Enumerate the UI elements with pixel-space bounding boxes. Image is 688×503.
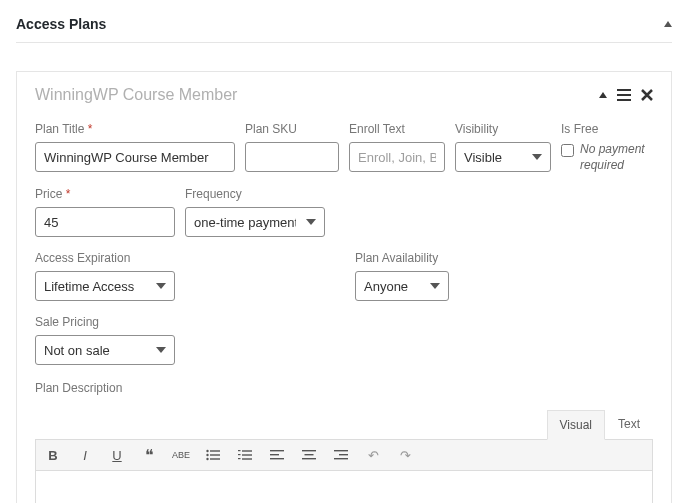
- align-right-button[interactable]: [332, 446, 350, 464]
- bulleted-list-button[interactable]: [204, 446, 222, 464]
- svg-point-4: [206, 458, 208, 460]
- svg-rect-5: [210, 458, 220, 459]
- card-title: WinningWP Course Member: [35, 86, 237, 104]
- label-plan-title: Plan Title *: [35, 122, 235, 136]
- strikethrough-button[interactable]: ABE: [172, 446, 190, 464]
- plan-description-block: Plan Description Visual Text B I U ❝ ABE: [35, 381, 653, 503]
- tab-text[interactable]: Text: [605, 409, 653, 439]
- field-price: Price *: [35, 187, 175, 237]
- svg-rect-20: [334, 458, 348, 459]
- svg-rect-12: [270, 450, 284, 451]
- editor-textarea[interactable]: [35, 471, 653, 503]
- form-grid: Plan Title * Plan SKU Enroll Text Visibi…: [35, 122, 653, 365]
- svg-rect-7: [242, 454, 252, 455]
- field-visibility: Visibility Visible: [455, 122, 551, 173]
- svg-rect-1: [210, 450, 220, 451]
- svg-rect-8: [242, 458, 252, 459]
- svg-rect-16: [305, 454, 314, 455]
- select-access-expiration[interactable]: Lifetime Access: [35, 271, 175, 301]
- select-plan-availability[interactable]: Anyone: [355, 271, 449, 301]
- field-plan-title: Plan Title *: [35, 122, 235, 173]
- tab-visual[interactable]: Visual: [547, 410, 605, 440]
- svg-rect-3: [210, 454, 220, 455]
- select-visibility[interactable]: Visible: [455, 142, 551, 172]
- label-plan-availability: Plan Availability: [355, 251, 449, 265]
- redo-button[interactable]: ↷: [396, 446, 414, 464]
- close-icon[interactable]: [641, 89, 653, 101]
- panel-title: Access Plans: [16, 16, 106, 32]
- svg-rect-14: [270, 458, 284, 459]
- field-enroll-text: Enroll Text: [349, 122, 445, 173]
- svg-rect-11: [238, 458, 241, 459]
- label-is-free: Is Free: [561, 122, 651, 136]
- field-frequency: Frequency one-time payment: [185, 187, 325, 237]
- blockquote-button[interactable]: ❝: [140, 446, 158, 464]
- align-center-button[interactable]: [300, 446, 318, 464]
- numbered-list-button[interactable]: [236, 446, 254, 464]
- svg-point-2: [206, 454, 208, 456]
- editor-toolbar: B I U ❝ ABE ↶ ↷: [35, 439, 653, 471]
- undo-button[interactable]: ↶: [364, 446, 382, 464]
- underline-button[interactable]: U: [108, 446, 126, 464]
- svg-rect-17: [302, 458, 316, 459]
- checkbox-is-free[interactable]: [561, 144, 574, 157]
- label-enroll-text: Enroll Text: [349, 122, 445, 136]
- menu-icon[interactable]: [617, 89, 631, 101]
- field-plan-sku: Plan SKU: [245, 122, 339, 173]
- label-plan-sku: Plan SKU: [245, 122, 339, 136]
- input-price[interactable]: [35, 207, 175, 237]
- card-tools: [599, 89, 653, 101]
- input-enroll-text[interactable]: [349, 142, 445, 172]
- svg-rect-13: [270, 454, 279, 455]
- panel-header: Access Plans: [16, 10, 672, 43]
- note-is-free: No payment required: [580, 142, 651, 173]
- card-header: WinningWP Course Member: [35, 86, 653, 104]
- input-plan-sku[interactable]: [245, 142, 339, 172]
- label-sale-pricing: Sale Pricing: [35, 315, 345, 329]
- field-is-free: Is Free No payment required: [561, 122, 651, 173]
- svg-rect-6: [242, 450, 252, 451]
- bold-button[interactable]: B: [44, 446, 62, 464]
- svg-rect-18: [334, 450, 348, 451]
- field-access-expiration: Access Expiration Lifetime Access: [35, 251, 345, 301]
- svg-rect-9: [238, 450, 241, 451]
- label-plan-description: Plan Description: [35, 381, 653, 395]
- plan-card: WinningWP Course Member Plan Title * Pla…: [16, 71, 672, 503]
- svg-rect-10: [238, 454, 241, 455]
- select-frequency[interactable]: one-time payment: [185, 207, 325, 237]
- label-price: Price *: [35, 187, 175, 201]
- field-sale-pricing: Sale Pricing Not on sale: [35, 315, 345, 365]
- collapse-icon[interactable]: [664, 21, 672, 27]
- label-frequency: Frequency: [185, 187, 325, 201]
- label-visibility: Visibility: [455, 122, 551, 136]
- align-left-button[interactable]: [268, 446, 286, 464]
- editor-tabs: Visual Text: [35, 409, 653, 439]
- label-access-expiration: Access Expiration: [35, 251, 345, 265]
- field-plan-availability: Plan Availability Anyone: [355, 251, 449, 365]
- svg-point-0: [206, 450, 208, 452]
- card-collapse-icon[interactable]: [599, 92, 607, 98]
- select-sale-pricing[interactable]: Not on sale: [35, 335, 175, 365]
- svg-rect-15: [302, 450, 316, 451]
- input-plan-title[interactable]: [35, 142, 235, 172]
- italic-button[interactable]: I: [76, 446, 94, 464]
- svg-rect-19: [339, 454, 348, 455]
